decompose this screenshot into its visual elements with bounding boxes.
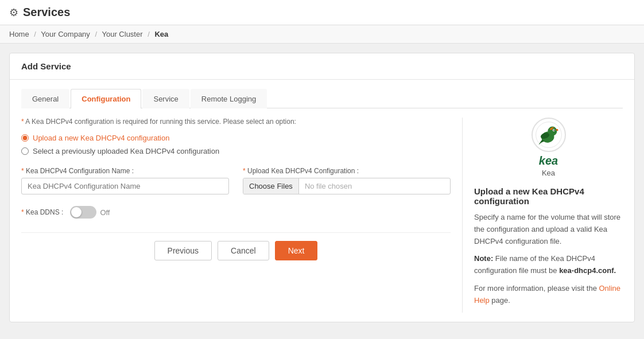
card-header: Add Service <box>10 53 634 80</box>
tab-bar: General Configuration Service Remote Log… <box>21 89 623 108</box>
info-note: Note: File name of the Kea DHCPv4 config… <box>474 253 623 277</box>
radio-upload-new-label[interactable]: Upload a new Kea DHCPv4 configuration <box>33 134 169 142</box>
form-group-name: * Kea DHCPv4 Configuration Name : <box>21 167 229 194</box>
top-bar: ⚙ Services <box>0 0 644 25</box>
form-actions: Previous Cancel Next <box>21 232 451 260</box>
ddns-row: * Kea DDNS : Off <box>21 206 451 219</box>
kea-logo-circle <box>532 118 566 152</box>
form-section: * A Kea DHCPv4 configuration is required… <box>21 118 462 313</box>
tab-service[interactable]: Service <box>142 89 189 108</box>
toggle-thumb <box>71 207 82 217</box>
svg-point-5 <box>553 130 554 131</box>
info-section: kea Kea Upload a new Kea DHCPv4 configur… <box>462 118 623 313</box>
upload-label: * Upload Kea DHCPv4 Configuration : <box>243 167 451 175</box>
info-more: For more information, please visit the O… <box>474 283 623 307</box>
tab-configuration[interactable]: Configuration <box>71 89 141 108</box>
choose-files-button[interactable]: Choose Files <box>243 178 299 194</box>
main-content: Add Service General Configuration Servic… <box>0 44 644 332</box>
breadcrumb-company[interactable]: Your Company <box>41 30 90 38</box>
breadcrumb-current: Kea <box>154 30 168 38</box>
next-button[interactable]: Next <box>275 241 318 260</box>
radio-group: Upload a new Kea DHCPv4 configuration Se… <box>21 134 451 155</box>
ddns-label: * Kea DDNS : <box>21 208 63 216</box>
info-title: Upload a new Kea DHCPv4 configuration <box>474 186 623 206</box>
card-body: General Configuration Service Remote Log… <box>10 80 634 322</box>
info-body: Specify a name for the volume that will … <box>474 212 623 247</box>
add-service-card: Add Service General Configuration Servic… <box>9 53 635 322</box>
required-note: * A Kea DHCPv4 configuration is required… <box>21 118 451 126</box>
breadcrumb-cluster[interactable]: Your Cluster <box>102 30 142 38</box>
previous-button[interactable]: Previous <box>154 241 212 260</box>
breadcrumb-home[interactable]: Home <box>9 30 29 38</box>
toggle-track[interactable] <box>70 206 96 219</box>
breadcrumb: Home / Your Company / Your Cluster / Kea <box>0 25 644 44</box>
page-title: Services <box>23 6 70 19</box>
config-name-label: * Kea DHCPv4 Configuration Name : <box>21 167 229 175</box>
content-area: * A Kea DHCPv4 configuration is required… <box>21 118 623 313</box>
tab-general[interactable]: General <box>21 89 69 108</box>
file-input-wrapper: Choose Files No file chosen <box>243 178 451 194</box>
toggle-label: Off <box>100 208 110 217</box>
radio-select-prev: Select a previously uploaded Kea DHCPv4 … <box>21 147 451 155</box>
tab-remote-logging[interactable]: Remote Logging <box>191 89 267 108</box>
gear-icon: ⚙ <box>9 6 18 19</box>
ddns-toggle[interactable]: Off <box>70 206 110 219</box>
form-row-config: * Kea DHCPv4 Configuration Name : * Uplo… <box>21 167 451 194</box>
kea-logo: kea Kea <box>474 118 623 177</box>
kea-logo-text: kea <box>539 154 558 167</box>
file-name-display: No file chosen <box>299 178 450 194</box>
radio-select-prev-input[interactable] <box>21 147 29 155</box>
radio-upload-new: Upload a new Kea DHCPv4 configuration <box>21 134 451 142</box>
form-group-upload: * Upload Kea DHCPv4 Configuration : Choo… <box>243 167 451 194</box>
config-name-input[interactable] <box>21 178 229 194</box>
kea-bird-icon <box>535 121 562 149</box>
radio-upload-new-input[interactable] <box>21 134 29 142</box>
cancel-button[interactable]: Cancel <box>218 241 269 260</box>
radio-select-prev-label[interactable]: Select a previously uploaded Kea DHCPv4 … <box>33 147 219 155</box>
kea-label: Kea <box>542 169 555 177</box>
